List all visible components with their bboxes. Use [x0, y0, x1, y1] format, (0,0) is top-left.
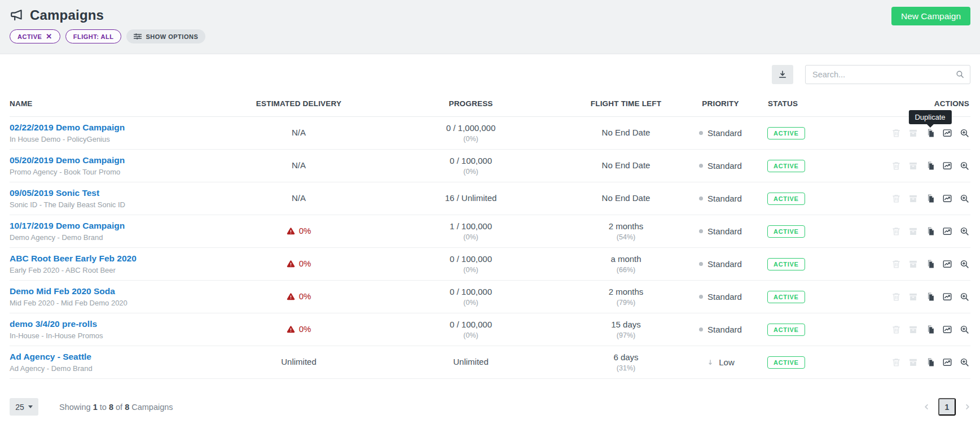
delete-button[interactable]: [891, 357, 901, 367]
campaign-name-link[interactable]: ABC Root Beer Early Feb 2020: [10, 254, 137, 264]
status-badge: ACTIVE: [767, 291, 805, 303]
warning-icon: [287, 260, 295, 268]
column-header-status[interactable]: STATUS: [763, 99, 845, 108]
zoom-in-icon: [960, 292, 969, 302]
campaign-subtitle: Early Feb 2020 - ABC Root Beer: [10, 266, 230, 274]
delete-button[interactable]: [891, 128, 901, 138]
archive-button[interactable]: [908, 226, 918, 236]
column-header-progress[interactable]: PROGRESS: [368, 99, 574, 108]
archive-button[interactable]: [908, 128, 918, 138]
archive-button[interactable]: [908, 292, 918, 302]
archive-button[interactable]: [908, 325, 918, 334]
archive-button[interactable]: [908, 161, 918, 171]
zoom-in-button[interactable]: [960, 259, 969, 269]
archive-icon: [908, 292, 918, 302]
duplicate-button[interactable]: [925, 259, 935, 269]
page-number-button[interactable]: 1: [938, 398, 956, 416]
status-badge: ACTIVE: [767, 160, 805, 172]
table-row: 02/22/2019 Demo Campaign In House Demo -…: [10, 117, 970, 150]
table-toolbar: [10, 65, 970, 84]
campaign-name-link[interactable]: demo 3/4/20 pre-rolls: [10, 319, 97, 330]
duplicate-button[interactable]: [925, 357, 935, 367]
zoom-in-button[interactable]: [960, 161, 969, 171]
next-page-button[interactable]: [964, 404, 970, 410]
column-header-flight-time-left[interactable]: FLIGHT TIME LEFT: [574, 99, 678, 108]
campaign-name-link[interactable]: 02/22/2019 Demo Campaign: [10, 123, 125, 133]
duplicate-button[interactable]: [925, 292, 935, 302]
zoom-in-icon: [960, 325, 969, 334]
duplicate-icon: [925, 128, 935, 138]
column-header-name[interactable]: NAME: [10, 99, 230, 108]
zoom-in-button[interactable]: [960, 325, 969, 334]
status-badge: ACTIVE: [767, 356, 805, 369]
tooltip-label: Duplicate: [915, 113, 945, 121]
archive-icon: [908, 259, 918, 269]
campaign-name-link[interactable]: Demo Mid Feb 2020 Soda: [10, 286, 115, 297]
report-button[interactable]: [942, 161, 952, 171]
report-button[interactable]: [942, 128, 952, 138]
trash-icon: [891, 226, 901, 236]
delete-button[interactable]: [891, 161, 901, 171]
zoom-in-icon: [960, 226, 969, 236]
warning-icon: [287, 292, 295, 301]
archive-button[interactable]: [908, 194, 918, 203]
estimated-delivery-value: N/A: [292, 160, 306, 171]
flight-time-left-value: a month: [574, 254, 678, 265]
progress-value: Unlimited: [368, 357, 574, 368]
show-options-button[interactable]: SHOW OPTIONS: [126, 29, 205, 43]
estimated-delivery-value: Unlimited: [281, 357, 317, 368]
table-row: Demo Mid Feb 2020 Soda Mid Feb 2020 - Mi…: [10, 281, 970, 313]
delete-button[interactable]: [891, 226, 901, 236]
zoom-in-button[interactable]: [960, 226, 969, 236]
filter-pill-flight[interactable]: FLIGHT: ALL: [65, 29, 122, 43]
duplicate-icon: [925, 357, 935, 367]
report-button[interactable]: [942, 259, 952, 269]
showing-to: 8: [109, 403, 113, 412]
archive-button[interactable]: [908, 357, 918, 367]
tooltip-duplicate: Duplicate: [908, 110, 951, 124]
delete-button[interactable]: [891, 259, 901, 269]
flight-time-left-value: No End Date: [574, 160, 678, 171]
report-button[interactable]: [942, 194, 952, 203]
campaign-name-link[interactable]: 09/05/2019 Sonic Test: [10, 188, 99, 199]
zoom-in-button[interactable]: [960, 128, 969, 138]
archive-button[interactable]: [908, 259, 918, 269]
report-button[interactable]: [942, 357, 952, 367]
campaign-name-link[interactable]: Ad Agency - Seattle: [10, 352, 91, 363]
report-button[interactable]: [942, 226, 952, 236]
duplicate-button[interactable]: [925, 194, 935, 203]
delete-button[interactable]: [891, 292, 901, 302]
showing-total: 8: [125, 403, 129, 412]
campaign-subtitle: Promo Agency - Book Tour Promo: [10, 168, 230, 176]
delete-button[interactable]: [891, 194, 901, 203]
table-row: demo 3/4/20 pre-rolls In-House - In-Hous…: [10, 313, 970, 346]
duplicate-button[interactable]: [925, 161, 935, 171]
search-input[interactable]: [805, 65, 970, 84]
zoom-in-button[interactable]: [960, 357, 969, 367]
zoom-in-icon: [960, 259, 969, 269]
report-button[interactable]: [942, 292, 952, 302]
duplicate-button[interactable]: [925, 325, 935, 334]
prev-page-button[interactable]: [924, 404, 930, 410]
column-header-estimated-delivery[interactable]: ESTIMATED DELIVERY: [230, 99, 368, 108]
table-body: 02/22/2019 Demo Campaign In House Demo -…: [10, 117, 970, 379]
delete-button[interactable]: [891, 325, 901, 334]
new-campaign-button[interactable]: New Campaign: [891, 7, 970, 25]
report-button[interactable]: [942, 325, 952, 334]
column-header-priority[interactable]: PRIORITY: [678, 99, 763, 108]
priority-label: Standard: [707, 194, 742, 203]
flight-time-left-value: 6 days: [574, 352, 678, 363]
remove-filter-icon[interactable]: ✕: [46, 33, 52, 40]
progress-percent: (0%): [368, 135, 574, 143]
duplicate-button[interactable]: [925, 226, 935, 236]
trash-icon: [891, 161, 901, 171]
duplicate-button[interactable]: [925, 128, 935, 138]
zoom-in-button[interactable]: [960, 194, 969, 203]
page-size-select[interactable]: 25: [10, 398, 38, 416]
zoom-in-button[interactable]: [960, 292, 969, 302]
download-button[interactable]: [772, 65, 793, 84]
campaign-name-link[interactable]: 10/17/2019 Demo Campaign: [10, 221, 125, 232]
estimated-delivery-value: 0%: [299, 259, 311, 269]
filter-pill-active[interactable]: ACTIVE ✕: [10, 29, 60, 43]
campaign-name-link[interactable]: 05/20/2019 Demo Campaign: [10, 155, 125, 166]
